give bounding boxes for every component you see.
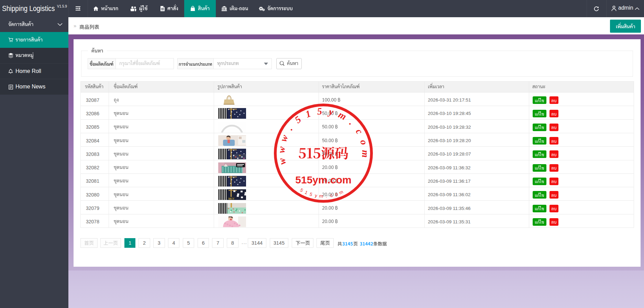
svg-text:w: w (276, 157, 288, 166)
svg-text:5: 5 (292, 114, 303, 125)
svg-text:w: w (276, 146, 287, 153)
svg-text:c: c (330, 193, 333, 198)
svg-text:w: w (278, 133, 290, 143)
svg-text:5: 5 (309, 191, 313, 197)
svg-text:m: m (319, 193, 323, 199)
svg-text:m: m (360, 150, 370, 158)
svg-text:o: o (358, 138, 370, 146)
svg-text:.: . (347, 118, 356, 127)
svg-text:.: . (325, 193, 327, 199)
svg-text:515ym.com: 515ym.com (295, 174, 351, 185)
svg-text:MI.Y: MI.Y (229, 197, 234, 200)
svg-text:5: 5 (299, 187, 304, 193)
svg-text:y: y (327, 106, 335, 117)
svg-text:m: m (338, 189, 344, 195)
svg-text:1: 1 (304, 190, 308, 195)
svg-text:.: . (285, 124, 295, 132)
svg-text:1: 1 (304, 108, 312, 120)
svg-text:o: o (334, 191, 338, 197)
svg-text:5: 5 (317, 106, 322, 117)
svg-text:c: c (354, 127, 365, 136)
svg-text:y: y (314, 193, 317, 198)
